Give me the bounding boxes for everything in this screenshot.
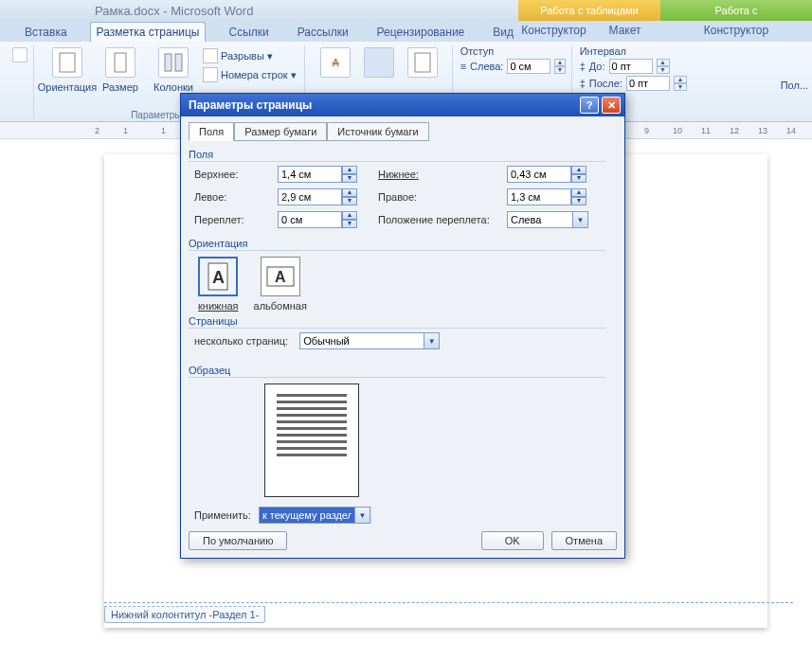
landscape-label: альбомная <box>254 300 307 312</box>
multipage-combo[interactable]: ▼ <box>299 332 442 349</box>
tab-view[interactable]: Вид <box>487 23 519 42</box>
margin-right-input[interactable] <box>507 188 571 205</box>
spacing-after-spin[interactable]: ▲▼ <box>674 76 687 91</box>
doc-title: Рамка.docx - Microsoft Word <box>95 4 253 18</box>
apply-to-input[interactable] <box>259 507 355 524</box>
svg-text:A: A <box>275 269 286 285</box>
multipage-input[interactable] <box>299 332 424 349</box>
size-button[interactable]: Размер <box>95 45 146 108</box>
page-icon <box>58 51 77 74</box>
dialog-tabs: Поля Размер бумаги Источник бумаги <box>189 122 617 141</box>
margin-top-label: Верхнее: <box>194 169 272 180</box>
spacing-before-label: До: <box>589 61 605 72</box>
section-preview-label: Образец <box>189 365 605 378</box>
margin-top-spinner[interactable]: ▲▼ <box>278 166 361 183</box>
page-setup-dialog: Параметры страницы ? ✕ Поля Размер бумаг… <box>180 93 625 559</box>
footer-section-tag[interactable]: Нижний колонтитул -Раздел 1- <box>104 606 265 623</box>
group-themes <box>9 45 34 119</box>
margin-right-spinner[interactable]: ▲▼ <box>507 188 590 205</box>
themes-button[interactable] <box>10 45 29 108</box>
orientation-button[interactable]: Ориентация <box>42 45 93 108</box>
margin-bottom-label: Нижнее: <box>378 169 501 180</box>
spacing-before-icon: ‡ <box>580 61 586 72</box>
portrait-icon: A <box>198 257 238 296</box>
margin-left-input[interactable] <box>278 188 342 205</box>
svg-rect-3 <box>175 54 182 71</box>
gutter-pos-label: Положение переплета: <box>378 214 501 225</box>
orientation-label: Ориентация <box>38 81 97 93</box>
tab-insert[interactable]: Вставка <box>19 23 73 42</box>
landscape-icon: A <box>261 257 300 296</box>
cancel-button[interactable]: Отмена <box>551 531 617 550</box>
svg-text:A: A <box>212 268 225 287</box>
portrait-label: книжная <box>198 300 239 312</box>
close-button[interactable]: ✕ <box>602 97 621 114</box>
spacing-before-spin[interactable]: ▲▼ <box>657 59 670 74</box>
spacing-after-input[interactable] <box>626 76 670 91</box>
gutter-input[interactable] <box>278 211 342 228</box>
dialog-title: Параметры страницы <box>189 98 312 112</box>
multipage-label: несколько страниц: <box>194 335 288 347</box>
svg-rect-1 <box>115 53 126 72</box>
tab-page-layout[interactable]: Разметка страницы <box>90 22 207 42</box>
gutter-label: Переплет: <box>194 214 272 225</box>
tab-designer-y[interactable]: Конструктор <box>518 21 589 42</box>
breaks-button[interactable]: Разрывы ▾ <box>201 47 298 64</box>
margin-left-spinner[interactable]: ▲▼ <box>278 188 361 205</box>
margin-right-label: Правое: <box>378 191 501 203</box>
default-button[interactable]: По умолчанию <box>189 531 287 550</box>
apply-to-label: Применить: <box>194 509 251 521</box>
position-button[interactable]: Пол... <box>781 80 808 91</box>
indent-left-input[interactable] <box>507 59 550 74</box>
orientation-landscape-button[interactable]: A альбомная <box>254 257 307 312</box>
chevron-down-icon[interactable]: ▼ <box>573 211 588 228</box>
dialog-tab-paper[interactable]: Размер бумаги <box>234 122 327 141</box>
context-tab-headers: Работа с колонтитулами <box>660 0 812 21</box>
margin-left-label: Левое: <box>194 191 272 203</box>
ribbon-tabs: Вставка Разметка страницы Ссылки Рассылк… <box>0 21 812 42</box>
indent-heading: Отступ <box>460 45 566 57</box>
section-orientation-label: Ориентация <box>189 238 605 251</box>
chevron-down-icon[interactable]: ▼ <box>424 332 440 349</box>
apply-to-combo[interactable]: ▼ <box>259 507 372 524</box>
section-margins-label: Поля <box>189 149 605 162</box>
spacing-heading: Интервал <box>580 45 705 57</box>
chevron-down-icon[interactable]: ▼ <box>355 507 370 524</box>
page-size-icon <box>111 51 130 74</box>
gutter-spinner[interactable]: ▲▼ <box>278 211 361 228</box>
context-tab-tables: Работа с таблицами <box>518 0 660 21</box>
margin-bottom-spinner[interactable]: ▲▼ <box>507 166 590 183</box>
tab-layout-y[interactable]: Макет <box>589 21 660 42</box>
section-pages-label: Страницы <box>189 315 605 329</box>
size-label: Размер <box>102 81 138 93</box>
preview-thumbnail <box>264 384 359 497</box>
columns-icon <box>163 52 184 73</box>
linenum-icon <box>203 67 218 82</box>
margin-top-input[interactable] <box>278 166 342 183</box>
tab-mailings[interactable]: Рассылки <box>292 23 354 42</box>
svg-rect-4 <box>415 53 430 72</box>
tab-designer-g[interactable]: Конструктор <box>660 21 812 42</box>
border-icon <box>413 51 432 74</box>
tab-review[interactable]: Рецензирование <box>371 23 471 42</box>
orientation-portrait-button[interactable]: A книжная <box>198 257 239 312</box>
indent-left-spin[interactable]: ▲▼ <box>554 59 565 74</box>
spacing-after-icon: ‡ <box>580 78 586 89</box>
dialog-titlebar[interactable]: Параметры страницы ? ✕ <box>181 94 624 116</box>
line-numbers-button[interactable]: Номера строк ▾ <box>201 66 298 83</box>
dialog-tab-margins[interactable]: Поля <box>189 122 234 141</box>
dialog-tab-source[interactable]: Источник бумаги <box>327 122 428 141</box>
indent-left-icon: ≡ <box>460 61 466 72</box>
help-button[interactable]: ? <box>580 97 599 114</box>
spacing-after-label: После: <box>589 78 623 89</box>
gutter-pos-input[interactable] <box>507 211 573 228</box>
gutter-pos-combo[interactable]: ▼ <box>507 211 590 228</box>
indent-left-label: Слева: <box>470 61 503 72</box>
margin-bottom-input[interactable] <box>507 166 571 183</box>
ok-button[interactable]: OK <box>481 531 544 550</box>
svg-rect-0 <box>60 53 75 72</box>
breaks-icon <box>203 48 218 63</box>
tab-references[interactable]: Ссылки <box>223 23 274 42</box>
footer-boundary <box>104 602 793 603</box>
spacing-before-input[interactable] <box>609 59 653 74</box>
